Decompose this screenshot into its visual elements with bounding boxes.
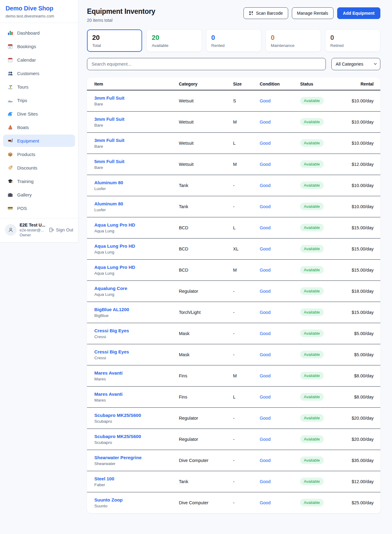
sidebar-item-boats[interactable]: Boats — [3, 121, 75, 133]
item-name-link[interactable]: BigBlue AL1200 — [94, 307, 179, 312]
search-input[interactable] — [87, 58, 326, 70]
table-row[interactable]: Aluminum 80 Luxfer Tank - Good Available… — [87, 175, 380, 196]
condition-link[interactable]: Good — [260, 204, 270, 209]
table-row[interactable]: BigBlue AL1200 BigBlue Torch/Light - Goo… — [87, 302, 380, 323]
condition-link[interactable]: Good — [260, 289, 270, 294]
sidebar-item-dive-sites[interactable]: Dive Sites — [3, 108, 75, 120]
item-name-link[interactable]: Suunto Zoop — [94, 497, 179, 502]
table-row[interactable]: Suunto Zoop Suunto Dive Computer - Good … — [87, 492, 380, 513]
item-name-link[interactable]: Cressi Big Eyes — [94, 328, 179, 333]
item-name-link[interactable]: Aqua Lung Pro HD — [94, 265, 179, 270]
condition-link[interactable]: Good — [260, 479, 270, 484]
item-name-link[interactable]: Aqualung Core — [94, 286, 179, 291]
item-name-link[interactable]: Steel 100 — [94, 476, 179, 481]
stat-card-total[interactable]: 20 Total — [87, 29, 142, 52]
item-rental: $8.00/day — [347, 386, 380, 407]
table-row[interactable]: Aluminum 80 Luxfer Tank - Good Available… — [87, 196, 380, 217]
item-name-link[interactable]: Aluminum 80 — [94, 180, 179, 185]
add-equipment-button[interactable]: Add Equipment — [337, 7, 380, 19]
item-name-link[interactable]: Scubapro MK25/S600 — [94, 413, 179, 418]
sidebar-item-bookings[interactable]: 17 Bookings — [3, 40, 75, 52]
condition-link[interactable]: Good — [260, 500, 270, 505]
item-name-link[interactable]: 3mm Full Suit — [94, 116, 179, 122]
condition-link[interactable]: Good — [260, 310, 270, 315]
item-name-link[interactable]: Aqua Lung Pro HD — [94, 243, 179, 249]
condition-link[interactable]: Good — [260, 395, 270, 399]
sidebar-item-equipment[interactable]: Equipment — [3, 135, 75, 147]
main-content: Equipment Inventory 20 items total Scan … — [78, 0, 392, 524]
table-row[interactable]: 3mm Full Suit Bare Wetsuit M Good Availa… — [87, 111, 380, 132]
table-row[interactable]: Shearwater Peregrine Shearwater Dive Com… — [87, 450, 380, 471]
table-row[interactable]: 3mm Full Suit Bare Wetsuit S Good Availa… — [87, 90, 380, 111]
item-name-link[interactable]: Shearwater Peregrine — [94, 455, 179, 460]
sidebar-item-tours[interactable]: Tours — [3, 81, 75, 93]
condition-link[interactable]: Good — [260, 268, 270, 273]
condition-link[interactable]: Good — [260, 120, 270, 124]
sidebar-item-products[interactable]: Products — [3, 148, 75, 160]
category-select[interactable]: All Categories — [331, 58, 380, 70]
table-row[interactable]: Cressi Big Eyes Cressi Mask - Good Avail… — [87, 323, 380, 344]
table-row[interactable]: Aqualung Core Aqua Lung Regulator - Good… — [87, 280, 380, 302]
condition-link[interactable]: Good — [260, 183, 270, 188]
sidebar-item-pos[interactable]: POS — [3, 202, 75, 214]
sailboat-icon — [7, 124, 13, 130]
condition-link[interactable]: Good — [260, 437, 270, 442]
condition-link[interactable]: Good — [260, 141, 270, 146]
item-name-link[interactable]: Aluminum 80 — [94, 201, 179, 206]
item-rental: $10.00/day — [347, 175, 380, 196]
sidebar-item-trips[interactable]: Trips — [3, 94, 75, 106]
table-row[interactable]: Cressi Big Eyes Cressi Mask - Good Avail… — [87, 344, 380, 365]
condition-link[interactable]: Good — [260, 352, 270, 357]
stat-card-retired[interactable]: 0 Retired — [325, 29, 380, 52]
table-row[interactable]: Mares Avanti Mares Fins M Good Available… — [87, 365, 380, 386]
sidebar-item-calendar[interactable]: Calendar — [3, 54, 75, 66]
table-row[interactable]: Steel 100 Faber Tank - Good Available $1… — [87, 471, 380, 492]
sidebar-item-customers[interactable]: Customers — [3, 67, 75, 79]
condition-link[interactable]: Good — [260, 416, 270, 421]
sidebar-item-discounts[interactable]: Discounts — [3, 162, 75, 174]
status-badge: Available — [300, 308, 324, 316]
title-block: Equipment Inventory 20 items total — [87, 7, 155, 23]
condition-link[interactable]: Good — [260, 246, 270, 251]
scan-barcode-button[interactable]: Scan Barcode — [243, 7, 288, 19]
item-name-link[interactable]: 3mm Full Suit — [94, 138, 179, 143]
condition-link[interactable]: Good — [260, 373, 270, 378]
item-category: Mask — [179, 344, 233, 365]
item-name-link[interactable]: Aqua Lung Pro HD — [94, 222, 179, 227]
item-name-link[interactable]: Scubapro MK25/S600 — [94, 434, 179, 439]
table-row[interactable]: 5mm Full Suit Bare Wetsuit M Good Availa… — [87, 154, 380, 175]
sidebar-item-gallery[interactable]: Gallery — [3, 189, 75, 201]
item-name-link[interactable]: 5mm Full Suit — [94, 159, 179, 164]
condition-link[interactable]: Good — [260, 98, 270, 103]
table-row[interactable]: Mares Avanti Mares Fins L Good Available… — [87, 386, 380, 407]
condition-link[interactable]: Good — [260, 458, 270, 463]
brand-title[interactable]: Demo Dive Shop — [6, 5, 73, 12]
table-row[interactable]: Aqua Lung Pro HD Aqua Lung BCD L Good Av… — [87, 217, 380, 238]
stat-label-total: Total — [92, 43, 137, 48]
stat-card-maintenance[interactable]: 0 Maintenance — [266, 29, 321, 52]
sidebar-item-dashboard[interactable]: Dashboard — [3, 27, 75, 39]
stat-card-available[interactable]: 20 Available — [146, 29, 202, 52]
table-row[interactable]: 3mm Full Suit Bare Wetsuit L Good Availa… — [87, 132, 380, 154]
table-row[interactable]: Aqua Lung Pro HD Aqua Lung BCD M Good Av… — [87, 259, 380, 280]
condition-link[interactable]: Good — [260, 331, 270, 336]
table-row[interactable]: Scubapro MK25/S600 Scubapro Regulator - … — [87, 407, 380, 429]
table-row[interactable]: Aqua Lung Pro HD Aqua Lung BCD XL Good A… — [87, 238, 380, 259]
sidebar-item-training[interactable]: Training — [3, 175, 75, 187]
item-rental: $15.00/day — [347, 238, 380, 259]
stat-card-rented[interactable]: 0 Rented — [206, 29, 261, 52]
sidebar: Demo Dive Shop demo.test.divestreams.com… — [0, 0, 78, 242]
col-header-category: Category — [179, 78, 233, 90]
sign-out-button[interactable]: Sign Out — [49, 227, 73, 233]
item-name-link[interactable]: Mares Avanti — [94, 370, 179, 376]
condition-link[interactable]: Good — [260, 225, 270, 230]
stat-cards: 20 Total 20 Available 0 Rented 0 Mainten… — [87, 29, 380, 52]
table-row[interactable]: Scubapro MK25/S600 Scubapro Regulator - … — [87, 429, 380, 450]
item-name-link[interactable]: Cressi Big Eyes — [94, 349, 179, 354]
svg-text:17: 17 — [9, 46, 12, 48]
item-name-link[interactable]: Mares Avanti — [94, 391, 179, 397]
condition-link[interactable]: Good — [260, 162, 270, 167]
item-name-link[interactable]: 3mm Full Suit — [94, 95, 179, 101]
manage-rentals-button[interactable]: Manage Rentals — [292, 7, 334, 19]
status-badge: Available — [300, 97, 324, 105]
